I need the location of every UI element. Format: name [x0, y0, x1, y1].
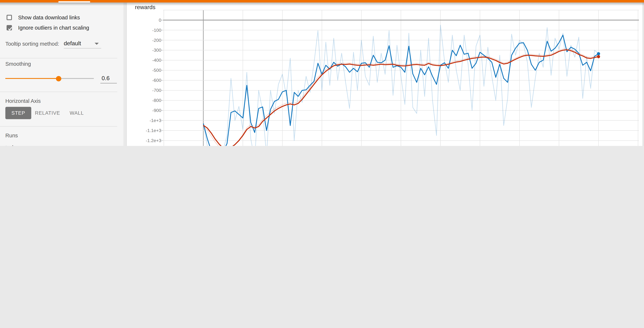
horizontal-axis-label: Horizontal Axis [5, 98, 40, 104]
svg-text:-1.2e+3: -1.2e+3 [146, 138, 161, 143]
check-icon [8, 26, 13, 31]
smoothing-slider-thumb[interactable] [56, 76, 61, 81]
show-data-download-links-label: Show data download links [18, 14, 80, 21]
settings-sidebar: Show data download links Ignore outliers… [0, 2, 124, 146]
svg-text:-800: -800 [152, 98, 161, 103]
ignore-outliers-label: Ignore outliers in chart scaling [18, 25, 89, 31]
axis-relative-button[interactable]: RELATIVE [34, 107, 60, 119]
svg-text:-500: -500 [152, 68, 161, 73]
tooltip-sorting-underline [64, 48, 101, 48]
tensorboard-window: Show data download links Ignore outliers… [0, 0, 644, 146]
svg-text:-400: -400 [152, 58, 161, 63]
svg-text:-700: -700 [152, 88, 161, 93]
divider [0, 58, 117, 58]
show-data-download-links-checkbox[interactable] [6, 15, 12, 20]
active-tab-indicator [58, 1, 90, 2]
axis-wall-button[interactable]: WALL [64, 107, 90, 119]
app-header-bar [0, 0, 644, 2]
smoothing-slider-fill [5, 78, 58, 79]
ignore-outliers-checkbox[interactable] [6, 25, 12, 30]
rewards-chart[interactable]: 0-100-200-300-400-500-600-700-800-900-1e… [127, 2, 643, 146]
rewards-card: rewards 0-100-200-300-400-500-600-700-80… [127, 2, 643, 146]
smoothing-value-underline [100, 83, 117, 83]
runs-label: Runs [5, 132, 18, 139]
svg-text:-1e+3: -1e+3 [150, 118, 161, 123]
chevron-down-icon[interactable] [95, 43, 99, 45]
svg-text:-900: -900 [152, 108, 161, 113]
run-filter-input[interactable]: train [5, 144, 16, 146]
svg-text:0: 0 [159, 18, 161, 23]
divider [0, 92, 117, 92]
smoothing-label: Smoothing [5, 61, 31, 67]
svg-text:-1.1e+3: -1.1e+3 [146, 128, 161, 133]
tooltip-sorting-select[interactable]: default [64, 40, 81, 46]
axis-step-button[interactable]: STEP [5, 107, 31, 119]
tooltip-sorting-label: Tooltip sorting method: [5, 41, 59, 47]
divider [0, 126, 117, 127]
svg-text:-100: -100 [152, 28, 161, 33]
svg-text:-300: -300 [152, 48, 161, 53]
smoothing-value[interactable]: 0.6 [102, 75, 110, 81]
svg-text:-200: -200 [152, 38, 161, 43]
svg-text:-600: -600 [152, 78, 161, 83]
